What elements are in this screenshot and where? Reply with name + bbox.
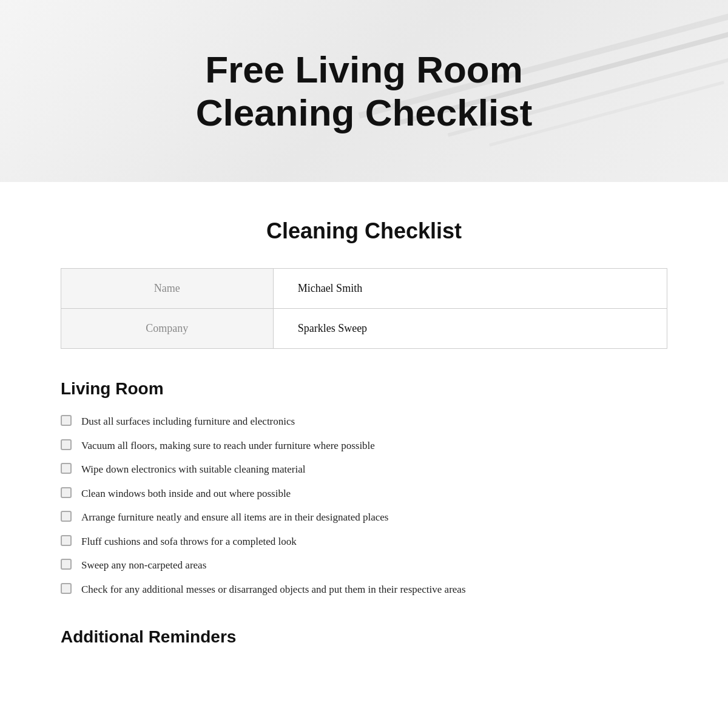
info-table: Name Michael Smith Company Sparkles Swee… — [61, 268, 667, 349]
item-text: Fluff cushions and sofa throws for a com… — [81, 534, 667, 550]
list-item[interactable]: Arrange furniture neatly and ensure all … — [61, 510, 667, 525]
list-item[interactable]: Dust all surfaces including furniture an… — [61, 414, 667, 430]
table-value: Michael Smith — [273, 269, 667, 309]
header-section: Free Living RoomCleaning Checklist — [0, 0, 728, 182]
item-text: Arrange furniture neatly and ensure all … — [81, 510, 667, 525]
list-item[interactable]: Check for any additional messes or disar… — [61, 582, 667, 598]
item-text: Vacuum all floors, making sure to reach … — [81, 438, 667, 454]
list-item[interactable]: Vacuum all floors, making sure to reach … — [61, 438, 667, 454]
table-row: Company Sparkles Sweep — [61, 309, 667, 349]
item-text: Sweep any non-carpeted areas — [81, 558, 667, 573]
table-row: Name Michael Smith — [61, 269, 667, 309]
section-title: Cleaning Checklist — [61, 218, 667, 244]
checkbox[interactable] — [61, 559, 72, 570]
additional-reminders-title: Additional Reminders — [61, 627, 667, 647]
table-label: Name — [61, 269, 274, 309]
list-item[interactable]: Fluff cushions and sofa throws for a com… — [61, 534, 667, 550]
checkbox[interactable] — [61, 511, 72, 522]
item-text: Wipe down electronics with suitable clea… — [81, 462, 667, 477]
item-text: Dust all surfaces including furniture an… — [81, 414, 667, 430]
checkbox[interactable] — [61, 583, 72, 594]
checkbox[interactable] — [61, 439, 72, 450]
living-room-checklist: Dust all surfaces including furniture an… — [61, 414, 667, 597]
list-item[interactable]: Sweep any non-carpeted areas — [61, 558, 667, 573]
item-text: Clean windows both inside and out where … — [81, 486, 667, 502]
table-label: Company — [61, 309, 274, 349]
list-item[interactable]: Clean windows both inside and out where … — [61, 486, 667, 502]
checkbox[interactable] — [61, 535, 72, 546]
living-room-title: Living Room — [61, 379, 667, 399]
checkbox[interactable] — [61, 415, 72, 426]
checkbox[interactable] — [61, 487, 72, 498]
checkbox[interactable] — [61, 463, 72, 474]
list-item[interactable]: Wipe down electronics with suitable clea… — [61, 462, 667, 477]
main-content: Cleaning Checklist Name Michael Smith Co… — [0, 182, 728, 710]
item-text: Check for any additional messes or disar… — [81, 582, 667, 598]
table-value: Sparkles Sweep — [273, 309, 667, 349]
page-title: Free Living RoomCleaning Checklist — [196, 48, 533, 135]
